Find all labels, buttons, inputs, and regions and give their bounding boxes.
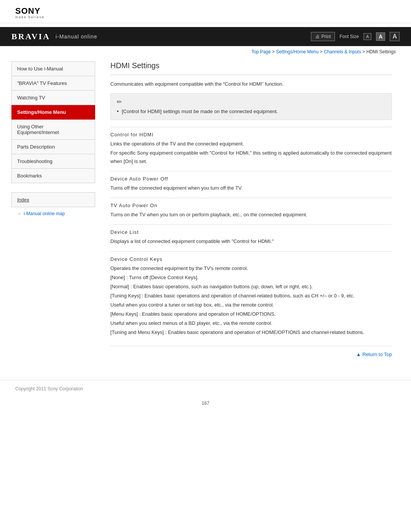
breadcrumb-sep1: > — [272, 49, 276, 54]
section-body-device-control-keys: Operates the connected equipment by the … — [110, 264, 392, 337]
breadcrumb-top-page[interactable]: Top Page — [252, 49, 271, 54]
sony-logo: SONY — [15, 7, 396, 15]
sidebar-item-settings-home[interactable]: Settings/Home Menu — [11, 105, 95, 120]
section-title-device-list: Device List — [110, 229, 392, 235]
copyright-text: Copyright 2011 Sony Corporation — [15, 386, 83, 391]
print-icon: 🖨 — [315, 34, 320, 39]
intro-text: Communicates with equipment compatible w… — [110, 80, 392, 88]
map-arrow-icon: → — [17, 211, 21, 216]
sidebar-item-bravia-features[interactable]: "BRAVIA" TV Features — [11, 76, 95, 91]
page-number: 167 — [0, 397, 411, 414]
return-to-top-link[interactable]: ▲ Return to Top — [356, 351, 392, 357]
sidebar-item-how-to-use[interactable]: How to Use i-Manual — [11, 61, 95, 76]
sidebar-divider — [11, 183, 95, 188]
bravia-section: BRAVIA i-Manual online — [11, 32, 97, 42]
sidebar-map-link[interactable]: → i-Manual online map — [11, 207, 95, 218]
section-device-list: Device List Displays a list of connected… — [110, 224, 392, 251]
note-content: • [Control for HDMI] settings must be ma… — [117, 108, 386, 115]
font-large-button[interactable]: A — [390, 32, 400, 41]
breadcrumb-current: HDMI Settings — [366, 49, 396, 54]
section-body-device-list: Displays a list of connected equipment c… — [110, 237, 392, 246]
sidebar-item-other-equipment[interactable]: Using OtherEquipment/Internet — [11, 120, 95, 140]
section-device-control-keys: Device Control Keys Operates the connect… — [110, 251, 392, 342]
sidebar-item-index[interactable]: Index — [11, 192, 95, 207]
bravia-logo-text: BRAVIA — [11, 32, 50, 42]
section-device-auto-power-off: Device Auto Power Off Turns off the conn… — [110, 171, 392, 198]
sidebar-item-parts-description[interactable]: Parts Description — [11, 140, 95, 154]
return-to-top-bar: ▲ Return to Top — [110, 346, 392, 361]
section-title-device-control-keys: Device Control Keys — [110, 256, 392, 262]
main-layout: How to Use i-Manual "BRAVIA" TV Features… — [0, 58, 411, 376]
sidebar-item-bookmarks[interactable]: Bookmarks — [11, 169, 95, 183]
note-text: [Control for HDMI] settings must be made… — [122, 108, 278, 115]
font-small-button[interactable]: A — [363, 33, 371, 40]
note-box: ✏ • [Control for HDMI] settings must be … — [110, 93, 392, 120]
return-arrow-icon: ▲ — [356, 351, 362, 357]
sidebar-item-watching-tv[interactable]: Watching TV — [11, 91, 95, 105]
font-size-label: Font Size — [339, 34, 359, 39]
breadcrumb-sep2: > — [320, 49, 324, 54]
breadcrumb-channels-inputs[interactable]: Channels & Inputs — [324, 49, 361, 54]
section-title-tv-auto-power-on: TV Auto Power On — [110, 203, 392, 208]
bullet-dot: • — [117, 108, 119, 115]
breadcrumb: Top Page > Settings/Home Menu > Channels… — [0, 46, 411, 58]
section-body-tv-auto-power-on: Turns on the TV when you turn on or perf… — [110, 211, 392, 219]
sony-tagline: make.believe — [15, 15, 396, 19]
page-title: HDMI Settings — [110, 61, 392, 75]
print-button[interactable]: 🖨 Print — [311, 32, 335, 41]
section-control-for-hdmi: Control for HDMI Links the operations of… — [110, 127, 392, 171]
note-icon: ✏ — [117, 98, 386, 105]
top-bar-right: 🖨 Print Font Size A A A — [311, 32, 400, 41]
breadcrumb-sep3: > — [362, 49, 366, 54]
sony-header: SONY make.believe — [0, 0, 411, 23]
section-body-control-hdmi: Links the operations of the TV and the c… — [110, 140, 392, 166]
content-area: HDMI Settings Communicates with equipmen… — [99, 58, 400, 369]
font-medium-button[interactable]: A — [376, 32, 385, 41]
imanual-subtitle: i-Manual online — [56, 34, 97, 40]
top-bar: BRAVIA i-Manual online 🖨 Print Font Size… — [0, 27, 411, 46]
section-body-device-auto-power-off: Turns off the connected equipment when y… — [110, 184, 392, 192]
section-title-device-auto-power-off: Device Auto Power Off — [110, 176, 392, 182]
footer: Copyright 2011 Sony Corporation — [0, 380, 411, 397]
sidebar: How to Use i-Manual "BRAVIA" TV Features… — [11, 58, 99, 369]
section-title-control-hdmi: Control for HDMI — [110, 132, 392, 137]
sidebar-item-troubleshooting[interactable]: Troubleshooting — [11, 154, 95, 169]
breadcrumb-settings-menu[interactable]: Settings/Home Menu — [276, 49, 319, 54]
section-tv-auto-power-on: TV Auto Power On Turns on the TV when yo… — [110, 198, 392, 224]
